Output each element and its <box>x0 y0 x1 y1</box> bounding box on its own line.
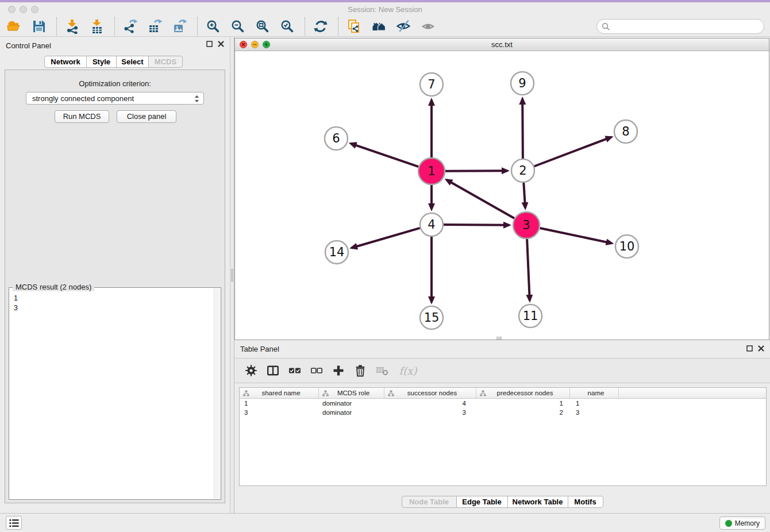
close-panel-icon[interactable] <box>758 345 764 352</box>
eye-slash-icon <box>396 19 411 34</box>
network-window-titlebar[interactable]: scc.txt <box>235 38 769 51</box>
duplicate-network-button[interactable] <box>345 18 363 35</box>
save-session-button[interactable] <box>30 18 48 35</box>
run-mcds-button[interactable]: Run MCDS <box>55 110 109 123</box>
zoom-out-button[interactable] <box>229 18 247 35</box>
import-network-icon <box>65 19 80 34</box>
graph-edge[interactable] <box>446 180 514 218</box>
show-columns-button[interactable] <box>265 363 280 378</box>
import-network-button[interactable] <box>64 18 81 35</box>
svg-text:2: 2 <box>519 164 526 178</box>
graph-edge[interactable] <box>527 239 530 300</box>
export-network-button[interactable] <box>122 18 139 35</box>
show-panel-menu-button[interactable] <box>6 516 22 530</box>
zoom-fit-button[interactable] <box>254 18 271 35</box>
graph-node[interactable]: 7 <box>420 73 443 96</box>
zoom-selected-icon <box>280 19 295 34</box>
graph-edge[interactable] <box>351 144 419 167</box>
column-header-shared-name[interactable]: shared name <box>240 388 319 398</box>
graph-edge[interactable] <box>540 228 612 243</box>
open-session-button[interactable] <box>6 18 23 35</box>
search-field[interactable] <box>596 19 764 34</box>
table-panel: Table Panel <box>234 342 770 513</box>
search-input[interactable] <box>610 21 764 32</box>
result-scrollbar[interactable] <box>214 288 220 499</box>
float-panel-icon[interactable] <box>746 345 753 352</box>
zoom-in-button[interactable] <box>205 18 222 35</box>
graph-edge[interactable] <box>445 171 507 171</box>
graph-edge[interactable] <box>522 99 523 159</box>
delete-table-button[interactable] <box>375 363 390 378</box>
add-button[interactable] <box>331 363 346 378</box>
tab-style[interactable]: Style <box>86 56 117 68</box>
eye-icon <box>421 19 436 34</box>
control-panel-title: Control Panel <box>6 41 51 50</box>
memory-button[interactable]: Memory <box>719 516 765 530</box>
import-table-button[interactable] <box>88 18 106 35</box>
main-toolbar <box>0 17 770 37</box>
column-header-predecessor-nodes[interactable]: predecessor nodes <box>476 388 570 398</box>
columns-icon <box>267 364 279 377</box>
graph-node[interactable]: 1 <box>418 158 445 184</box>
tab-motifs[interactable]: Motifs <box>568 496 603 508</box>
graph-node[interactable]: 6 <box>325 127 348 150</box>
graph-node[interactable]: 10 <box>615 235 638 258</box>
column-header-name[interactable]: name <box>570 388 619 398</box>
save-floppy-icon <box>32 19 47 34</box>
panel-splitter[interactable] <box>230 37 234 513</box>
apply-function-button[interactable]: f(x) <box>396 363 419 378</box>
memory-label: Memory <box>735 519 760 527</box>
optimization-criterion-select[interactable]: strongly connected component <box>26 92 204 105</box>
table-settings-button[interactable] <box>244 363 259 378</box>
graph-edge[interactable] <box>444 225 509 225</box>
network-graph[interactable]: 7968124314101511 <box>235 51 769 340</box>
table-row[interactable]: 1dominator411 <box>240 399 766 408</box>
graph-node[interactable]: 2 <box>511 159 534 182</box>
graph-node[interactable]: 8 <box>614 120 637 143</box>
deselect-all-button[interactable] <box>309 363 324 378</box>
hide-selected-button[interactable] <box>395 18 412 35</box>
float-panel-icon[interactable] <box>206 41 213 47</box>
mcds-result-text[interactable]: 1 3 <box>14 294 211 497</box>
graph-node[interactable]: 4 <box>420 213 443 236</box>
zoom-selected-button[interactable] <box>279 18 296 35</box>
trash-icon <box>354 364 367 377</box>
splitter-grip[interactable] <box>231 269 233 282</box>
close-panel-button[interactable]: Close panel <box>117 110 176 123</box>
window-titlebar: Session: New Session <box>0 2 770 17</box>
export-table-button[interactable] <box>147 18 164 35</box>
apply-layout-button[interactable] <box>312 18 329 35</box>
graph-node[interactable]: 14 <box>325 241 348 264</box>
export-image-button[interactable] <box>171 18 188 35</box>
mcds-result-title: MCDS result (2 nodes) <box>13 283 94 291</box>
export-image-icon <box>172 19 187 34</box>
first-neighbors-button[interactable] <box>370 18 387 35</box>
show-all-button[interactable] <box>419 18 437 35</box>
toolbar-separator <box>56 17 57 36</box>
graph-node[interactable]: 3 <box>513 212 540 238</box>
column-header-mcds-role[interactable]: MCDS role <box>319 388 384 398</box>
tab-node-table[interactable]: Node Table <box>402 496 457 508</box>
tree-sort-icon <box>480 390 486 396</box>
close-panel-icon[interactable] <box>218 41 224 47</box>
tab-network-table[interactable]: Network Table <box>507 496 568 508</box>
tab-mcds[interactable]: MCDS <box>148 56 183 68</box>
graph-node[interactable]: 15 <box>420 306 443 329</box>
tab-select[interactable]: Select <box>116 56 149 68</box>
graph-node[interactable]: 11 <box>519 304 542 327</box>
column-header-successor-nodes[interactable]: successor nodes <box>384 388 476 398</box>
graph-node[interactable]: 9 <box>511 72 534 95</box>
tab-network[interactable]: Network <box>44 56 87 68</box>
gear-icon <box>245 364 257 377</box>
tab-edge-table[interactable]: Edge Table <box>456 496 508 508</box>
table-header: shared name MCDS role successor nodes <box>240 388 766 399</box>
graph-edge[interactable] <box>534 137 611 167</box>
plus-icon <box>332 364 345 377</box>
graph-edge[interactable] <box>523 183 525 208</box>
delete-button[interactable] <box>353 363 368 378</box>
graph-edge[interactable] <box>352 228 420 248</box>
network-resize-grip[interactable] <box>496 337 502 340</box>
table-row[interactable]: 3dominator323 <box>240 408 766 417</box>
select-all-button[interactable] <box>287 363 302 378</box>
network-canvas[interactable]: 7968124314101511 <box>235 51 769 340</box>
